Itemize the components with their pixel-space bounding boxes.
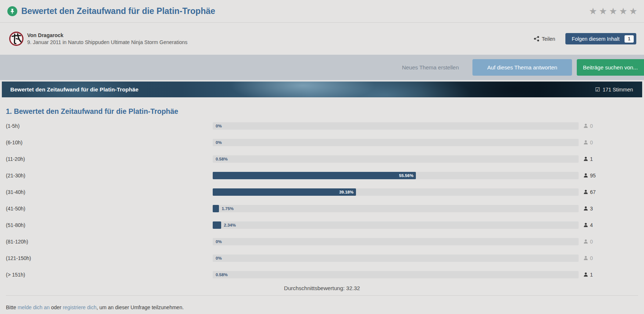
voter-icon: [583, 123, 588, 128]
poll-question: 1. Bewertet den Zeitaufwand für die Plat…: [6, 107, 644, 115]
poll-total-votes-label: 171 Stimmen: [603, 87, 633, 93]
poll-row: (> 151h) 0.58% 1: [0, 266, 644, 283]
poll-row: (6-10h) 0% 0: [0, 134, 644, 151]
star-rating: ★★★★★: [589, 7, 637, 16]
poll-bar-track: 0%: [213, 122, 579, 130]
poll-option-votes[interactable]: 95: [583, 173, 596, 178]
voter-icon: [583, 156, 588, 161]
poll-title: Bewertet den Zeitaufwand für die Platin-…: [10, 86, 138, 93]
note-text: oder: [50, 304, 63, 310]
poll-average: Durchschnittsbewertung: 32.32: [0, 285, 644, 291]
search-posts-button[interactable]: Beiträge suchen von...: [577, 59, 644, 76]
poll-bar-percent-outside: 0.58%: [216, 157, 228, 161]
vote-count: 0: [590, 239, 593, 245]
star-icon[interactable]: ★: [589, 7, 597, 16]
poll-bar-track: 0%: [213, 238, 579, 245]
poll-login-note: Bitte melde dich an oder registriere dic…: [0, 296, 644, 310]
voter-icon: [583, 140, 588, 145]
share-button[interactable]: Teilen: [534, 36, 555, 42]
vote-count: 95: [590, 173, 596, 178]
poll-option-votes[interactable]: 0: [583, 255, 593, 261]
topic-header: Bewertet den Zeitaufwand für die Platin-…: [0, 0, 644, 23]
avatar[interactable]: [9, 31, 24, 46]
poll-option-label: (81-120h): [0, 239, 213, 245]
poll-row: (31-40h) 39.18% 67: [0, 184, 644, 200]
star-icon[interactable]: ★: [629, 7, 637, 16]
pinned-badge: [7, 6, 17, 16]
new-topic-link[interactable]: Neues Thema erstellen: [402, 64, 459, 71]
voter-icon: [583, 190, 588, 194]
voter-icon: [583, 173, 588, 178]
poll-bar-percent-outside: 0%: [216, 239, 222, 244]
poll-bar-fill: 39.18%: [213, 188, 356, 196]
star-icon[interactable]: ★: [609, 7, 617, 16]
vote-count: 4: [590, 222, 593, 228]
poll-option-label: (31-40h): [0, 189, 213, 195]
poll-bar-track: 1.75%: [213, 205, 579, 212]
share-label: Teilen: [542, 36, 555, 42]
register-link[interactable]: registriere dich: [63, 304, 97, 310]
poll-option-label: (121-150h): [0, 255, 213, 261]
voter-icon: [583, 206, 588, 211]
poll-bar-percent-outside: 0%: [216, 124, 222, 128]
voter-icon: [583, 223, 588, 227]
poll-row: (81-120h) 0% 0: [0, 233, 644, 250]
poll-header-banner: Bewertet den Zeitaufwand für die Platin-…: [2, 82, 642, 97]
pin-icon: [10, 8, 15, 14]
poll-bar-track: 0.58%: [213, 155, 579, 163]
poll-option-votes[interactable]: 0: [583, 140, 593, 145]
poll-option-votes[interactable]: 0: [583, 239, 593, 245]
vote-count: 1: [590, 156, 593, 162]
poll-option-votes[interactable]: 1: [583, 272, 593, 278]
vote-count: 67: [590, 189, 596, 195]
vote-count: 1: [590, 272, 593, 278]
author-line: Von Dragarock: [27, 32, 187, 38]
note-text: , um an dieser Umfrage teilzunehmen.: [97, 304, 184, 310]
poll-option-votes[interactable]: 4: [583, 222, 593, 228]
poll-option-label: (11-20h): [0, 156, 213, 162]
poll-row: (51-80h) 2.34% 4: [0, 217, 644, 233]
share-icon: [534, 36, 539, 41]
poll-bar-fill: [213, 221, 221, 229]
follow-button[interactable]: Folgen diesem Inhalt 1: [565, 33, 636, 44]
poll-bar-percent-inside: 39.18%: [339, 190, 356, 194]
poll-bar-percent-outside: 2.34%: [224, 223, 236, 227]
poll-option-label: (> 151h): [0, 272, 213, 278]
poll-bar-track: 0.58%: [213, 271, 579, 278]
voter-icon: [583, 256, 588, 260]
follow-label: Folgen diesem Inhalt: [572, 36, 619, 42]
note-text: Bitte: [6, 304, 18, 310]
poll-bar-track: 2.34%: [213, 221, 579, 229]
poll-option-label: (41-50h): [0, 206, 213, 212]
vote-count: 0: [590, 255, 593, 261]
follow-count-badge: 1: [625, 35, 634, 43]
action-bar: Neues Thema erstellen Auf dieses Thema a…: [0, 55, 644, 80]
star-icon[interactable]: ★: [619, 7, 627, 16]
vote-count: 3: [590, 206, 593, 212]
poll-row: (11-20h) 0.58% 1: [0, 151, 644, 167]
vote-count: 0: [590, 140, 593, 145]
poll-option-votes[interactable]: 67: [583, 189, 596, 195]
poll-row: (121-150h) 0% 0: [0, 250, 644, 266]
poll-bar-track: 39.18%: [213, 188, 579, 196]
login-link[interactable]: melde dich an: [18, 304, 50, 310]
poll-bar-track: 0%: [213, 255, 579, 262]
poll-bar-percent-outside: 1.75%: [222, 206, 234, 211]
ballot-check-icon: ☑: [595, 86, 600, 93]
poll-option-votes[interactable]: 1: [583, 156, 593, 162]
page-title: Bewertet den Zeitaufwand für die Platin-…: [21, 6, 215, 16]
topic-meta-row: Von Dragarock 9. Januar 2011 in Naruto S…: [0, 23, 644, 55]
author-name-link[interactable]: Dragarock: [38, 32, 63, 38]
poll-bar-percent-outside: 0%: [216, 256, 222, 260]
star-icon[interactable]: ★: [599, 7, 607, 16]
poll-option-label: (1-5h): [0, 123, 213, 129]
poll-option-label: (6-10h): [0, 140, 213, 145]
poll-option-votes[interactable]: 0: [583, 123, 593, 129]
poll-option-votes[interactable]: 3: [583, 206, 593, 212]
voter-icon: [583, 239, 588, 244]
poll-bar-fill: [213, 205, 219, 212]
poll-row: (21-30h) 55.56% 95: [0, 167, 644, 184]
poll-options: (1-5h) 0% 0 (6-10h) 0% 0 (11-20h): [0, 118, 644, 283]
reply-button[interactable]: Auf dieses Thema antworten: [472, 59, 572, 76]
poll-bar-percent-outside: 0.58%: [216, 273, 228, 277]
